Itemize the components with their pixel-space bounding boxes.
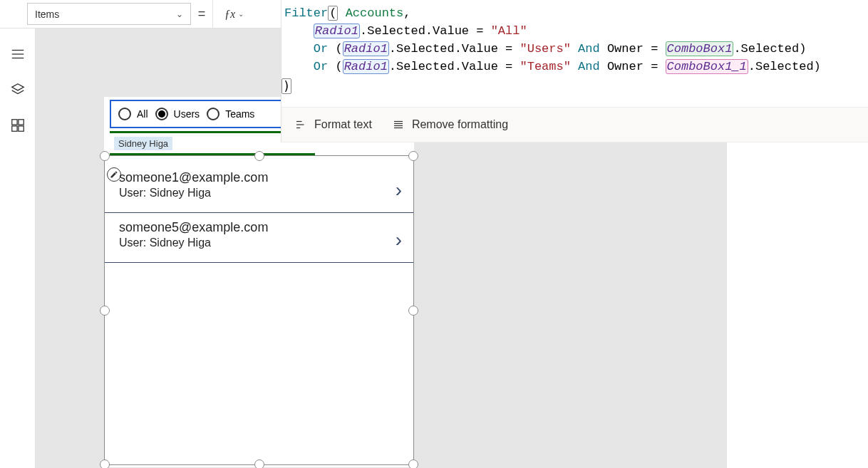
- remove-formatting-label: Remove formatting: [412, 118, 508, 131]
- gallery-control-selected[interactable]: someone1@example.com User: Sidney Higa ›…: [104, 155, 414, 465]
- chevron-right-icon[interactable]: ›: [396, 229, 402, 251]
- gallery-item-subtitle: User: Sidney Higa: [119, 187, 403, 199]
- radio-label: All: [137, 108, 148, 120]
- property-selector[interactable]: Items ⌄: [27, 3, 191, 25]
- resize-handle[interactable]: [254, 151, 264, 161]
- chevron-down-icon: ⌄: [176, 9, 183, 19]
- radio-option-users[interactable]: Users: [155, 108, 200, 120]
- fx-icon: ƒx: [224, 8, 235, 21]
- radio-label: Teams: [225, 108, 254, 120]
- chevron-right-icon[interactable]: ›: [396, 179, 402, 202]
- resize-handle[interactable]: [408, 459, 418, 468]
- combobox-selected-tag: Sidney Higa: [114, 137, 172, 150]
- formula-close-paren: ): [281, 78, 291, 94]
- remove-formatting-icon: [392, 118, 405, 131]
- property-selector-value: Items: [35, 9, 59, 20]
- fx-button[interactable]: ƒx ⌄: [212, 0, 255, 28]
- gallery-item-subtitle: User: Sidney Higa: [119, 236, 403, 249]
- gallery-item[interactable]: someone1@example.com User: Sidney Higa ›: [105, 163, 413, 213]
- gallery-item[interactable]: someone5@example.com User: Sidney Higa ›: [105, 213, 413, 263]
- radio-circle-icon: [118, 108, 131, 120]
- left-nav-rail: [0, 28, 36, 468]
- svg-marker-3: [11, 84, 24, 90]
- formula-panel: Filter( Accounts, Radio1.Selected.Value …: [281, 0, 868, 142]
- resize-handle[interactable]: [100, 459, 110, 468]
- resize-handle[interactable]: [254, 459, 264, 468]
- format-text-icon: [294, 118, 307, 131]
- components-icon[interactable]: [10, 118, 26, 133]
- radio-label: Users: [174, 108, 200, 120]
- resize-handle[interactable]: [408, 151, 418, 161]
- svg-rect-6: [11, 126, 16, 131]
- radio-circle-icon: [155, 108, 168, 120]
- radio-circle-icon: [207, 108, 219, 120]
- formula-text[interactable]: Filter( Accounts, Radio1.Selected.Value …: [284, 4, 868, 76]
- resize-handle[interactable]: [100, 151, 110, 161]
- formula-format-bar: Format text Remove formatting: [281, 107, 868, 142]
- chevron-down-icon: ⌄: [238, 10, 244, 18]
- svg-rect-4: [11, 120, 16, 125]
- resize-handle[interactable]: [100, 306, 110, 316]
- format-text-button[interactable]: Format text: [294, 118, 372, 131]
- radio-option-teams[interactable]: Teams: [207, 108, 254, 120]
- svg-rect-5: [18, 120, 23, 125]
- format-text-label: Format text: [314, 118, 372, 131]
- svg-rect-7: [18, 126, 23, 131]
- radio-option-all[interactable]: All: [118, 108, 148, 120]
- gallery-item-title: someone5@example.com: [119, 220, 403, 235]
- tree-view-icon[interactable]: [10, 46, 26, 62]
- gallery-item-title: someone1@example.com: [119, 170, 403, 185]
- formula-editor[interactable]: Filter( Accounts, Radio1.Selected.Value …: [281, 0, 868, 107]
- equals-sign: =: [191, 0, 212, 28]
- remove-formatting-button[interactable]: Remove formatting: [392, 118, 508, 131]
- resize-handle[interactable]: [408, 306, 418, 316]
- layers-icon[interactable]: [10, 82, 26, 98]
